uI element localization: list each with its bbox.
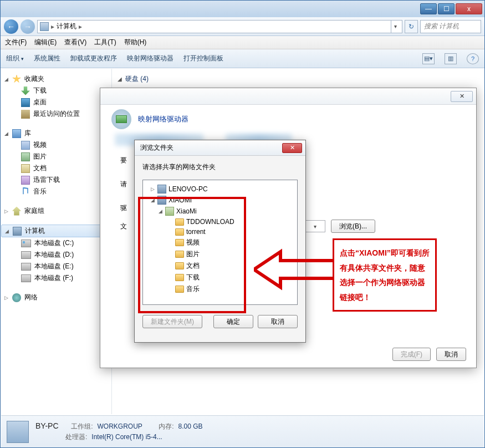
finish-button[interactable]: 完成(F) — [392, 348, 431, 361]
new-folder-button[interactable]: 新建文件夹(M) — [142, 315, 202, 328]
sidebar-item-drive-d[interactable]: 本地磁盘 (D:) — [1, 249, 111, 261]
sidebar-item-pictures[interactable]: 图片 — [1, 151, 111, 162]
star-icon — [12, 75, 21, 84]
dialog-close-button[interactable]: ✕ — [451, 91, 473, 102]
nav-bar: ← → ▸ 计算机 ▸ ▾ ↻ 搜索 计算机 — [1, 17, 484, 36]
tree-item[interactable]: ◢XIAOMI — [145, 195, 295, 206]
network-icon — [12, 293, 21, 302]
tree-item[interactable]: 音乐 — [145, 283, 295, 295]
dialog-close-button[interactable]: ✕ — [282, 143, 302, 153]
tree-item-label: TDDOWNLOAD — [186, 218, 234, 226]
twisty-icon[interactable]: ◢ — [150, 197, 155, 203]
tree-item-label: 音乐 — [186, 284, 200, 294]
folder-icon — [175, 262, 184, 269]
back-button[interactable]: ← — [4, 19, 18, 34]
desktop-icon — [21, 98, 30, 107]
dialog-message: 请选择共享的网络文件夹 — [142, 162, 298, 172]
sidebar-homegroup[interactable]: ▷家庭组 — [1, 205, 111, 217]
dialog-title: 映射网络驱动器 — [138, 114, 188, 124]
homegroup-icon — [12, 207, 21, 216]
sidebar-item-drive-f[interactable]: 本地磁盘 (F:) — [1, 272, 111, 284]
download-icon — [21, 86, 30, 95]
recent-icon — [21, 110, 30, 119]
forward-button[interactable]: → — [21, 19, 35, 34]
tree-item-label: 下载 — [186, 273, 200, 282]
drive-icon — [21, 240, 31, 247]
sidebar-favorites[interactable]: ◢收藏夹 — [1, 73, 111, 85]
sidebar-network[interactable]: ▷网络 — [1, 292, 111, 303]
titlebar: — ☐ x — [1, 1, 484, 17]
menu-help[interactable]: 帮助(H) — [124, 38, 147, 47]
sidebar-item-downloads[interactable]: 下载 — [1, 85, 111, 96]
cancel-button[interactable]: 取消 — [258, 315, 298, 328]
sidebar-item-music[interactable]: 音乐 — [1, 186, 111, 197]
menu-file[interactable]: 文件(F) — [5, 38, 27, 47]
minimize-button[interactable]: — — [420, 3, 437, 14]
sidebar-item-drive-e[interactable]: 本地磁盘 (E:) — [1, 261, 111, 272]
sidebar-item-videos[interactable]: 视频 — [1, 139, 111, 151]
browse-folder-dialog: 浏览文件夹 ✕ 请选择共享的网络文件夹 ▷LENOVO-PC◢XIAOMI◢Xi… — [134, 140, 306, 343]
tree-item[interactable]: ▷LENOVO-PC — [145, 184, 295, 195]
menu-edit[interactable]: 编辑(E) — [34, 38, 57, 47]
drive-icon — [21, 251, 31, 259]
preview-pane-button[interactable]: ▥ — [445, 53, 457, 64]
menu-bar: 文件(F) 编辑(E) 查看(V) 工具(T) 帮助(H) — [1, 36, 484, 49]
system-properties-button[interactable]: 系统属性 — [34, 54, 60, 63]
tree-item-label: LENOVO-PC — [169, 185, 208, 193]
comp-icon — [157, 185, 166, 194]
tree-item[interactable]: 图片 — [145, 248, 295, 260]
breadcrumb-item[interactable]: 计算机 — [57, 22, 76, 31]
dialog-title: 浏览文件夹 — [140, 143, 282, 152]
maximize-button[interactable]: ☐ — [438, 3, 455, 14]
refresh-button[interactable]: ↻ — [405, 20, 418, 33]
organize-button[interactable]: 组织 — [6, 54, 24, 63]
library-icon — [12, 129, 21, 138]
sidebar-item-xunlei[interactable]: 迅雷下载 — [1, 174, 111, 186]
uninstall-button[interactable]: 卸载或更改程序 — [70, 54, 117, 63]
tree-item[interactable]: 下载 — [145, 272, 295, 283]
xunlei-icon — [21, 176, 30, 185]
folder-tree[interactable]: ▷LENOVO-PC◢XIAOMI◢XiaoMiTDDOWNLOADtorren… — [142, 180, 298, 305]
twisty-icon[interactable]: ▷ — [150, 186, 155, 192]
cancel-button[interactable]: 取消 — [436, 348, 466, 361]
folder-icon — [175, 251, 184, 258]
ok-button[interactable]: 确定 — [213, 315, 253, 328]
comp-icon — [157, 196, 166, 205]
browse-button[interactable]: 浏览(B)... — [331, 220, 375, 233]
help-button[interactable]: ? — [467, 53, 479, 64]
share-icon — [165, 207, 174, 216]
tree-item[interactable]: ◢XiaoMi — [145, 206, 295, 217]
dialog-titlebar: ✕ — [100, 88, 476, 105]
dialog-titlebar[interactable]: 浏览文件夹 ✕ — [135, 140, 305, 156]
sidebar-computer[interactable]: ◢计算机 — [1, 225, 111, 237]
tree-item[interactable]: torrent — [145, 227, 295, 237]
sidebar-item-documents[interactable]: 文档 — [1, 162, 111, 174]
drive-icon — [21, 274, 31, 282]
tree-item[interactable]: 文档 — [145, 260, 295, 272]
chevron-right-icon: ▸ — [79, 23, 82, 30]
folder-icon — [175, 218, 184, 226]
breadcrumb[interactable]: ▸ 计算机 ▸ ▾ — [37, 20, 402, 33]
tree-item-label: 图片 — [186, 250, 200, 259]
music-icon — [21, 187, 30, 196]
sidebar-item-drive-c[interactable]: 本地磁盘 (C:) — [1, 237, 111, 249]
view-options-button[interactable]: ▤▾ — [422, 53, 435, 64]
toolbar: 组织 系统属性 卸载或更改程序 映射网络驱动器 打开控制面板 ▤▾ ▥ ? — [1, 49, 484, 68]
sidebar-libraries[interactable]: ◢库 — [1, 128, 111, 139]
map-drive-button[interactable]: 映射网络驱动器 — [127, 54, 173, 63]
picture-icon — [21, 152, 30, 161]
breadcrumb-dropdown[interactable]: ▾ — [391, 21, 400, 33]
twisty-icon[interactable]: ◢ — [157, 208, 163, 214]
folder-icon — [175, 239, 184, 246]
sidebar-item-recent[interactable]: 最近访问的位置 — [1, 108, 111, 120]
menu-tools[interactable]: 工具(T) — [94, 38, 116, 47]
close-button[interactable]: x — [456, 3, 482, 14]
tree-item[interactable]: TDDOWNLOAD — [145, 217, 295, 227]
tree-item[interactable]: 视频 — [145, 237, 295, 248]
search-input[interactable]: 搜索 计算机 — [420, 20, 481, 33]
control-panel-button[interactable]: 打开控制面板 — [183, 54, 223, 63]
sidebar-item-desktop[interactable]: 桌面 — [1, 96, 111, 108]
menu-view[interactable]: 查看(V) — [64, 38, 86, 47]
folder-icon — [175, 228, 184, 236]
section-harddisks[interactable]: ◢ 硬盘 (4) — [118, 72, 478, 86]
